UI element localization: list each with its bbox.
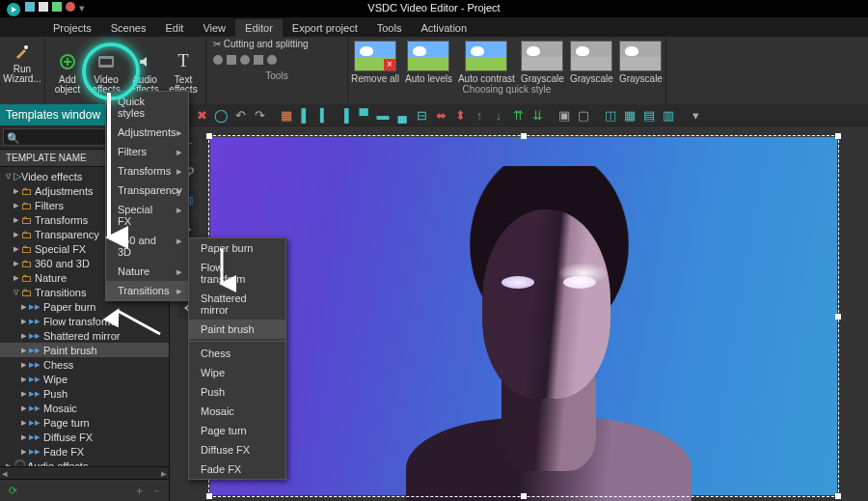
text-effects-button[interactable]: T Text effects [164, 49, 203, 95]
tb-distribute-icon[interactable]: ⊟ [413, 106, 430, 124]
tb-align-left-icon[interactable]: ▌ [297, 106, 314, 124]
tb-settings-icon[interactable]: ▾ [687, 106, 704, 124]
tb-back-icon[interactable]: ⇊ [529, 106, 546, 124]
tb-up-icon[interactable]: ↑ [471, 106, 488, 124]
add-template-button[interactable]: ＋ [130, 482, 148, 499]
menu-item[interactable]: Mosaic [189, 402, 285, 421]
menu-item[interactable]: Page turn [189, 421, 285, 440]
tree-node[interactable]: ▸🎧Audio effects [0, 459, 169, 466]
tab-editor[interactable]: Editor [235, 19, 283, 37]
tab-export[interactable]: Export project [283, 19, 367, 37]
menu-item[interactable]: Wipe [189, 363, 285, 382]
tab-projects[interactable]: Projects [43, 19, 101, 37]
tb-select-icon[interactable]: ▦ [278, 106, 295, 124]
svg-point-1 [24, 45, 28, 49]
tb-crop-icon[interactable]: ◫ [602, 106, 619, 124]
tb-stretch-v-icon[interactable]: ⬍ [451, 106, 469, 124]
tree-node[interactable]: ▸▸▸Diffuse FX [0, 430, 169, 444]
tb-down-icon[interactable]: ↓ [490, 106, 507, 124]
menu-item[interactable]: Adjustments▸ [106, 123, 188, 142]
canvas[interactable] [208, 135, 839, 497]
tb-delete-icon[interactable]: ✖ [193, 106, 210, 124]
menu-item[interactable]: Transitions▸ [106, 281, 188, 300]
resize-handle[interactable] [835, 133, 841, 139]
h-scrollbar[interactable]: ◂ ▸ [0, 466, 169, 479]
transitions-submenu[interactable]: Paper burnFlow transformShattered mirror… [188, 237, 286, 480]
tb-align-right-icon[interactable]: ▐ [336, 106, 353, 124]
selection-frame[interactable] [208, 135, 839, 497]
tree-node[interactable]: ▸▸▸Shattered mirror [0, 328, 169, 343]
tb-ungroup-icon[interactable]: ▢ [575, 106, 592, 124]
scroll-left-icon[interactable]: ◂ [0, 467, 10, 479]
tb-guides-icon[interactable]: ▤ [640, 106, 658, 124]
tree-node[interactable]: ▸▸▸Mosaic [0, 401, 169, 415]
menu-item[interactable]: Diffuse FX [189, 440, 285, 459]
tree-node[interactable]: ▸▸▸Paint brush [0, 343, 169, 357]
menu-item[interactable]: Paint brush [189, 320, 285, 339]
tree-node[interactable]: ▸▸▸Wipe [0, 372, 169, 386]
tb-align-top-icon[interactable]: ▀ [355, 106, 372, 124]
resize-handle[interactable] [521, 133, 527, 139]
style-remove-all[interactable]: ×Remove all [351, 41, 399, 84]
style-auto-levels[interactable]: Auto levels [405, 41, 452, 84]
tree-node[interactable]: ▸▸▸Push [0, 386, 169, 401]
tb-align-bottom-icon[interactable]: ▄ [393, 106, 411, 124]
video-effects-button[interactable]: Video effects [87, 49, 125, 95]
tree-node[interactable]: ▸▸▸Flow transform [0, 314, 169, 328]
style-grayscale-1[interactable]: Grayscale [521, 41, 564, 84]
tb-redo-icon[interactable]: ↷ [251, 106, 268, 124]
menu-item[interactable]: Flow transform [189, 258, 285, 289]
tree-node[interactable]: ▸▸▸Paper burn [0, 299, 169, 314]
tb-undo-icon[interactable]: ↶ [231, 106, 249, 124]
tool-icon[interactable] [240, 55, 250, 65]
resize-handle[interactable] [206, 493, 212, 499]
resize-handle[interactable] [835, 314, 841, 320]
tool-icon[interactable] [213, 55, 223, 65]
menu-item[interactable]: Filters▸ [106, 142, 188, 161]
video-effects-menu[interactable]: Quick stylesAdjustments▸Filters▸Transfor… [105, 91, 189, 301]
tb-grid-icon[interactable]: ▦ [621, 106, 638, 124]
scroll-right-icon[interactable]: ▸ [159, 467, 169, 479]
tb-snap-icon[interactable]: ▥ [660, 106, 677, 124]
resize-handle[interactable] [835, 493, 841, 499]
menu-item[interactable]: Transparency▸ [106, 181, 188, 200]
remove-template-button[interactable]: － [148, 482, 165, 499]
tb-circle-icon[interactable]: ◯ [212, 106, 230, 124]
menu-item[interactable]: Paper burn [189, 238, 285, 258]
menu-item[interactable]: Chess [189, 344, 285, 363]
tb-group-icon[interactable]: ▣ [556, 106, 573, 124]
add-object-button[interactable]: Add object [48, 49, 87, 95]
audio-effects-button[interactable]: Audio effects [125, 49, 164, 95]
tab-edit[interactable]: Edit [155, 19, 193, 37]
tool-icon[interactable] [267, 55, 277, 65]
run-wizard-button[interactable]: Run Wizard... [3, 39, 41, 84]
menu-item[interactable]: Shattered mirror [189, 289, 285, 320]
tb-front-icon[interactable]: ⇈ [509, 106, 527, 124]
tb-align-mid-icon[interactable]: ▬ [374, 106, 392, 124]
search-icon[interactable]: 🔍 [7, 132, 20, 145]
menu-item[interactable]: Transforms▸ [106, 161, 188, 181]
menu-item[interactable]: Nature▸ [106, 262, 188, 281]
tool-icon[interactable] [227, 55, 236, 65]
menu-item[interactable]: Special FX▸ [106, 200, 188, 231]
menu-item[interactable]: Push [189, 382, 285, 402]
tb-stretch-h-icon[interactable]: ⬌ [432, 106, 449, 124]
tab-view[interactable]: View [193, 19, 235, 37]
resize-handle[interactable] [206, 133, 212, 139]
tab-activation[interactable]: Activation [411, 19, 476, 37]
tree-node[interactable]: ▸▸▸Page turn [0, 415, 169, 430]
style-grayscale-3[interactable]: Grayscale [619, 41, 663, 84]
menu-item[interactable]: Quick styles [106, 92, 188, 123]
tab-tools[interactable]: Tools [367, 19, 412, 37]
style-auto-contrast[interactable]: Auto contrast [458, 41, 515, 84]
tab-scenes[interactable]: Scenes [101, 19, 156, 37]
tree-node[interactable]: ▸▸▸Chess [0, 357, 169, 372]
style-grayscale-2[interactable]: Grayscale [570, 41, 613, 84]
tb-align-center-icon[interactable]: ▍ [316, 106, 334, 124]
tool-icon[interactable] [254, 55, 263, 65]
refresh-button[interactable]: ⟳ [4, 482, 21, 499]
resize-handle[interactable] [521, 493, 527, 499]
menu-item[interactable]: 360 and 3D▸ [106, 231, 188, 262]
tree-node[interactable]: ▸▸▸Fade FX [0, 444, 169, 459]
menu-item[interactable]: Fade FX [189, 459, 285, 479]
